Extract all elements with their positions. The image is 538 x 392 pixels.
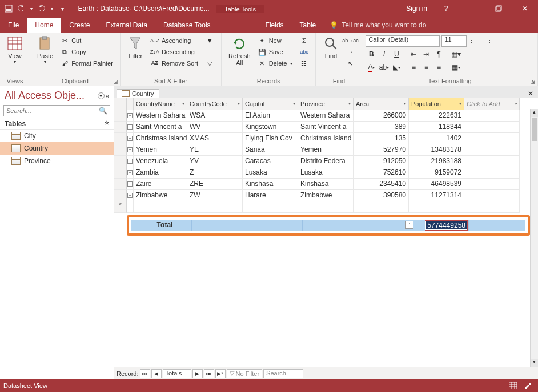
expand-row-button[interactable]: +	[127, 144, 134, 156]
cut-button[interactable]: ✂Cut	[58, 35, 115, 46]
cell-area[interactable]: 752610	[354, 167, 409, 179]
close-button[interactable]: ✕	[512, 0, 538, 17]
cell-population[interactable]: 21983188	[409, 156, 464, 167]
cell-capital[interactable]: Caracas	[243, 156, 298, 167]
column-header[interactable]: Click to Add▾	[464, 98, 520, 110]
aggregate-dropdown-icon[interactable]: ˅	[405, 221, 413, 229]
cell-countrycode[interactable]: ZW	[187, 190, 243, 201]
tab-file[interactable]: File	[0, 18, 27, 33]
tab-create[interactable]: Create	[61, 18, 98, 33]
cell-population[interactable]: 222631	[409, 110, 464, 122]
expand-row-button[interactable]: +	[127, 122, 134, 133]
document-tab-country[interactable]: Country	[117, 89, 159, 98]
cell-countryname[interactable]: Yemen	[134, 144, 187, 156]
record-search-box[interactable]: Search	[263, 369, 303, 378]
align-left-button[interactable]: ≡	[408, 62, 419, 73]
cell-countryname[interactable]: Zambia	[134, 167, 187, 179]
total-population-cell[interactable]: ˅ 5774449258	[413, 220, 469, 231]
tab-external-data[interactable]: External Data	[98, 18, 155, 33]
restore-button[interactable]	[485, 0, 512, 17]
cell-area[interactable]: 389	[354, 122, 409, 133]
cell-countrycode[interactable]: Z	[187, 167, 243, 179]
cell-capital[interactable]: El Aaiun	[243, 110, 298, 122]
font-name-select[interactable]: Calibri (Detail)	[366, 35, 440, 47]
cell-population[interactable]: 118344	[409, 122, 464, 133]
view-button[interactable]: View ▾	[3, 34, 26, 66]
cell-province[interactable]: Christmas Island	[298, 133, 354, 144]
cell-area[interactable]: 266000	[354, 110, 409, 122]
column-header[interactable]: Population▾	[409, 98, 464, 110]
save-icon[interactable]	[3, 3, 14, 14]
expand-row-button[interactable]: +	[127, 133, 134, 144]
expand-row-button[interactable]: +	[127, 167, 134, 179]
undo-icon[interactable]	[16, 3, 26, 14]
cell-countrycode[interactable]: YE	[187, 144, 243, 156]
italic-button[interactable]: I	[378, 49, 390, 60]
fill-color-button[interactable]: ▦▾	[450, 49, 461, 60]
cell-countryname[interactable]: Zimbabwe	[134, 190, 187, 201]
cell-countryname[interactable]: Western Sahara	[134, 110, 187, 122]
paste-button[interactable]: Paste ▾	[34, 34, 57, 66]
nav-pane-title[interactable]: All Access Obje...	[5, 90, 85, 102]
cell-province[interactable]: Kinshasa	[298, 179, 354, 190]
tab-database-tools[interactable]: Database Tools	[155, 18, 219, 33]
expand-row-button[interactable]: +	[127, 110, 134, 122]
last-record-button[interactable]: ⏭	[204, 369, 214, 378]
new-row-cell[interactable]	[464, 201, 520, 213]
cell-area[interactable]: 390580	[354, 190, 409, 201]
new-record-button[interactable]: ▶*	[215, 369, 226, 378]
gridlines-button[interactable]: ▦▾	[450, 62, 461, 73]
descending-button[interactable]: Z↓ADescending	[148, 47, 200, 57]
qat-customize-icon[interactable]: ▾	[57, 3, 67, 14]
cell-province[interactable]: Zimbabwe	[298, 190, 354, 201]
cell-area[interactable]: 2345410	[354, 179, 409, 190]
vertical-scrollbar[interactable]: ▴ ▾	[530, 109, 538, 367]
cell-countrycode[interactable]: WV	[187, 122, 243, 133]
cell-capital[interactable]: Sanaa	[243, 144, 298, 156]
expand-row-button[interactable]: +	[127, 190, 134, 201]
cell-area[interactable]: 527970	[354, 144, 409, 156]
nav-item-city[interactable]: City	[0, 130, 114, 142]
increase-indent-button[interactable]: ⇥	[420, 49, 432, 60]
tell-me-search[interactable]: 💡 Tell me what you want to do	[324, 18, 432, 33]
row-selector[interactable]	[114, 190, 127, 201]
cell-countrycode[interactable]: ZRE	[187, 179, 243, 190]
nav-item-province[interactable]: Province	[0, 155, 114, 167]
cell-countryname[interactable]: Venezuela	[134, 156, 187, 167]
text-direction-button[interactable]: ¶	[433, 49, 444, 60]
new-row-cell[interactable]	[298, 201, 354, 213]
more-button[interactable]: ☷	[297, 58, 311, 68]
filter-indicator[interactable]: ▽No Filter	[227, 369, 263, 378]
goto-button[interactable]: →	[343, 47, 357, 57]
advanced-button[interactable]: ☷	[203, 47, 216, 57]
cell-province[interactable]: Western Sahara	[298, 110, 354, 122]
search-icon[interactable]: 🔍	[97, 107, 110, 115]
nav-search-input[interactable]	[4, 107, 97, 114]
cell-addnew[interactable]	[464, 179, 520, 190]
cell-addnew[interactable]	[464, 133, 520, 144]
column-dropdown-icon[interactable]: ▾	[348, 101, 351, 106]
totals-row[interactable]: Total ˅ 5774449258	[131, 220, 525, 231]
prev-record-button[interactable]: ◀	[151, 369, 162, 378]
row-selector[interactable]	[114, 133, 127, 144]
font-size-select[interactable]: 11	[441, 35, 467, 47]
delete-button[interactable]: ✕Delete▾	[255, 58, 295, 68]
cell-population[interactable]: 11271314	[409, 190, 464, 201]
selection-button[interactable]: ▼	[203, 35, 216, 46]
current-record-box[interactable]: Totals	[163, 369, 191, 378]
cell-capital[interactable]: Kingstown	[243, 122, 298, 133]
select-all-cell[interactable]	[114, 98, 127, 110]
close-document-button[interactable]: ✕	[523, 90, 538, 98]
nav-section-tables[interactable]: Tables ☆	[0, 118, 114, 130]
font-color-button[interactable]: A▾	[366, 62, 377, 73]
cell-population[interactable]: 1402	[409, 133, 464, 144]
scroll-thumb[interactable]	[532, 118, 537, 141]
cell-capital[interactable]: Flying Fish Cov	[243, 133, 298, 144]
first-record-button[interactable]: ⏮	[140, 369, 150, 378]
nav-search[interactable]: 🔍	[3, 105, 110, 116]
dialog-launcher-icon[interactable]: ◢	[114, 79, 118, 84]
cell-countrycode[interactable]: WSA	[187, 110, 243, 122]
spelling-button[interactable]: abc	[297, 47, 311, 57]
row-selector[interactable]	[114, 167, 127, 179]
row-selector[interactable]	[114, 122, 127, 133]
